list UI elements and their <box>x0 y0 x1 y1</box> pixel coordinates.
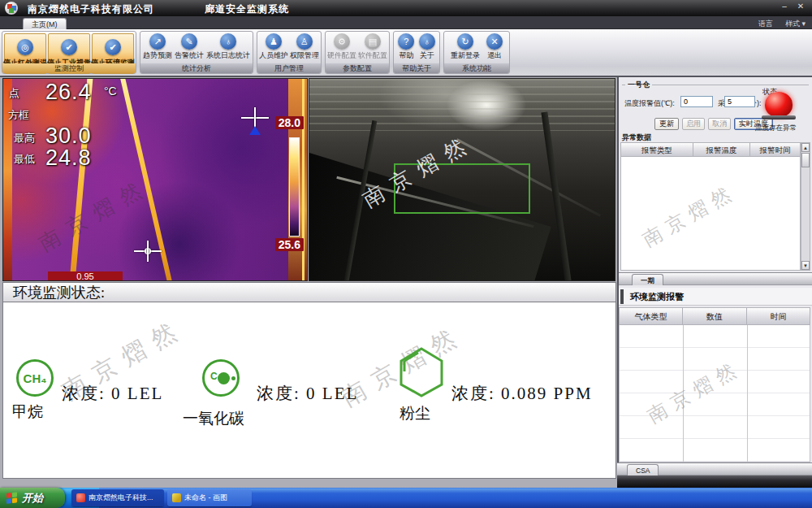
ribbon-tab-strip: 主页(M) 语言 样式 ▾ <box>0 16 812 29</box>
gear-icon: ⚙ <box>334 33 350 50</box>
scale-min-value: 25.6 <box>275 238 304 251</box>
minimize-button[interactable]: – <box>778 2 791 12</box>
taskbar-item-paint[interactable]: 未命名 - 画图 <box>167 489 252 506</box>
help-button[interactable]: ? 帮助 <box>398 33 414 61</box>
taskbar: 开始 南京熠然电子科技... 未命名 - 画图 ‹ 15:14 <box>0 488 812 508</box>
column-divider <box>747 325 748 462</box>
scale-max-value: 28.0 <box>275 116 304 129</box>
max-label: 最高 <box>14 131 35 145</box>
alarm-col-time[interactable]: 报警时间 <box>750 142 801 157</box>
methane-icon: CH₄ <box>16 359 54 397</box>
ribbon-group-monitor-control: ◎ 停止红外测温 ✔ 停止工业视觉 ✔ 停止环境监测 监测控制 <box>2 31 136 74</box>
env-alarm-title: 环境监测报警 <box>630 291 684 303</box>
windows-flag-icon <box>6 492 18 504</box>
emissivity-badge: 0.95 <box>48 271 123 281</box>
checkmark-icon: ✔ <box>61 39 77 55</box>
question-icon: ? <box>398 33 414 50</box>
tab-phase-1[interactable]: 一期 <box>632 274 663 285</box>
alarm-stats-button[interactable]: ✎ 告警统计 <box>175 33 204 61</box>
menu-language[interactable]: 语言 <box>758 19 773 29</box>
title-bar: 南京熠然电子科技有限公司 廊道安全监测系统 – ✕ <box>0 0 812 16</box>
cancel-button[interactable]: 取消 <box>708 118 731 130</box>
thermal-camera-view[interactable]: 南京熠然 点 26.4 °C 方框 最高 30.0 最低 24.8 28.0 2… <box>2 78 308 281</box>
group-label-system: 系统功能 <box>444 63 509 73</box>
group-label-monitor-control: 监测控制 <box>2 63 136 73</box>
window-title-company: 南京熠然电子科技有限公司 <box>28 2 154 16</box>
tab-home[interactable]: 主页(M) <box>23 18 67 29</box>
env-status-header: 环境监测状态: <box>2 282 616 302</box>
env-status-panel: 南京熠然 南京熠然 CH₄ 甲烷 浓度: 0 LEL C 一氧化碳 浓度: 0 … <box>2 302 616 479</box>
co-dot <box>218 372 230 384</box>
exit-button[interactable]: ✕ 退出 <box>486 33 503 61</box>
carbon-monoxide-icon: C <box>202 359 240 397</box>
about-button[interactable]: ♁ 关于 <box>419 33 435 61</box>
env-alarm-table-body: 南京熠然 <box>619 325 810 462</box>
spot-temperature: 26.4 <box>45 80 92 105</box>
min-marker-triangle <box>249 126 261 135</box>
monitor-icon: ▤ <box>365 33 381 50</box>
taskbar-item-app[interactable]: 南京熠然电子科技... <box>71 489 164 506</box>
stop-infrared-icon: ◎ <box>17 39 33 55</box>
trend-icon: ↗ <box>149 33 166 50</box>
temp-alarm-input[interactable] <box>680 96 713 107</box>
min-temperature: 24.8 <box>45 145 92 171</box>
close-circle-icon: ✕ <box>486 33 503 50</box>
update-button[interactable]: 更新 <box>654 118 679 130</box>
permission-button[interactable]: ♙ 权限管理 <box>290 33 319 61</box>
alarm-table-body: 南京熠然 <box>620 157 801 271</box>
env-col-gas[interactable]: 气体类型 <box>619 307 683 325</box>
software-config-button[interactable]: ▤ 软件配置 <box>358 33 387 61</box>
ribbon-group-system: ↻ 重新登录 ✕ 退出 系统功能 <box>443 31 510 74</box>
checkmark-icon: ✔ <box>105 39 121 55</box>
group-label-user-mgmt: 用户管理 <box>257 63 321 73</box>
env-alarm-header: 环境监测报警 <box>619 288 812 306</box>
panel-bottom-strip <box>617 475 812 488</box>
lamp-caption: 温度存在异常 <box>755 124 797 133</box>
enable-button[interactable]: 启用 <box>682 118 705 130</box>
watermark: 南京熠然 <box>638 178 741 253</box>
watermark: 南京熠然 <box>643 354 746 429</box>
temperature-scale-bar <box>289 137 300 237</box>
alarm-col-type[interactable]: 报警类型 <box>620 142 693 157</box>
station-title: 一号仓 <box>625 80 652 90</box>
env-col-time[interactable]: 时间 <box>747 307 810 325</box>
hardware-config-button[interactable]: ⚙ 硬件配置 <box>327 33 356 61</box>
app-task-icon <box>76 493 85 502</box>
refresh-icon: ↻ <box>457 33 473 50</box>
group-label-param-config: 参数配置 <box>326 63 389 73</box>
personnel-button[interactable]: ♟ 人员维护 <box>259 33 288 61</box>
ribbon-group-help-about: ? 帮助 ♁ 关于 帮助关于 <box>393 31 440 74</box>
alarm-table-scrollbar[interactable]: ▲ ▼ <box>801 142 810 271</box>
methane-reading: 浓度: 0 LEL <box>62 382 163 405</box>
ribbon-group-user-mgmt: ♟ 人员维护 ♙ 权限管理 用户管理 <box>257 31 322 74</box>
person-icon: ♟ <box>266 33 282 50</box>
alarm-lamp-base <box>762 115 796 119</box>
interval-input[interactable] <box>724 96 755 107</box>
ribbon-group-statistics: ↗ 趋势预测 ✎ 告警统计 ♁ 系统日志统计 统计分析 <box>140 31 253 74</box>
scroll-thumb[interactable] <box>801 153 810 167</box>
scroll-up-icon[interactable]: ▲ <box>801 143 810 152</box>
close-button[interactable]: ✕ <box>794 2 807 12</box>
visible-camera-view[interactable]: 南京熠然 <box>309 78 615 281</box>
dust-reading: 浓度: 0.089 PPM <box>451 382 593 405</box>
sensor-name-dust: 粉尘 <box>400 403 430 424</box>
sensor-name-co: 一氧化碳 <box>183 408 244 429</box>
syslog-stats-button[interactable]: ♁ 系统日志统计 <box>206 33 250 61</box>
min-label: 最低 <box>14 152 35 167</box>
box-label: 方框 <box>8 108 29 123</box>
scroll-down-icon[interactable]: ▼ <box>801 261 810 270</box>
env-col-value[interactable]: 数值 <box>683 307 747 325</box>
trend-forecast-button[interactable]: ↗ 趋势预测 <box>143 33 172 61</box>
tab-csa[interactable]: CSA <box>627 464 659 475</box>
globe-icon: ♁ <box>220 33 236 50</box>
start-button[interactable]: 开始 <box>0 488 65 508</box>
ribbon-toolbar: ◎ 停止红外测温 ✔ 停止工业视觉 ✔ 停止环境监测 监测控制 ↗ 趋势预测 <box>0 29 812 77</box>
menu-style[interactable]: 样式 ▾ <box>785 19 806 29</box>
co-small-dot <box>231 376 235 380</box>
camera-ceiling <box>309 79 615 131</box>
relogin-button[interactable]: ↻ 重新登录 <box>451 33 480 61</box>
alarm-lamp-icon <box>765 92 793 117</box>
alarm-col-temp[interactable]: 报警温度 <box>693 142 750 157</box>
key-person-icon: ♙ <box>296 33 313 50</box>
application-window: 南京熠然电子科技有限公司 廊道安全监测系统 – ✕ 主页(M) 语言 样式 ▾ … <box>0 0 812 508</box>
